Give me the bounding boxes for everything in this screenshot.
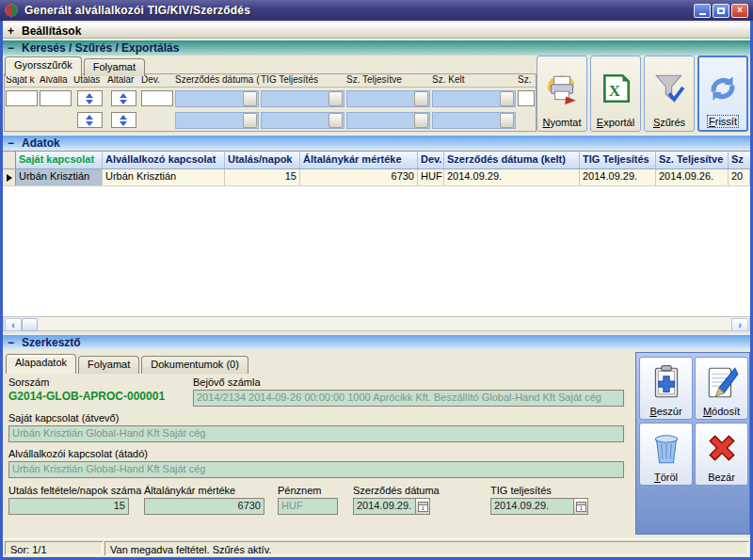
filter-altalanykar-spinner[interactable]: [111, 90, 136, 106]
bejovo-szamla-input[interactable]: 2014/2134 2014-09-26 00:00:00 1000 Apróc…: [193, 390, 624, 407]
szerzodes-datuma-input[interactable]: 2014.09.29.: [353, 498, 416, 515]
sajat-kapcsolat-label: Saját kapcsolat (átvevő): [8, 412, 624, 424]
date-picker-button[interactable]: [328, 113, 343, 128]
cell-sz[interactable]: 20: [729, 169, 750, 185]
date-picker-button[interactable]: [500, 91, 514, 106]
penznem-label: Pénznem: [278, 485, 338, 496]
section-beallitasok[interactable]: + Beállítások: [3, 23, 750, 39]
export-button-label: Exportál: [597, 117, 634, 128]
modify-button-label: Módosít: [703, 406, 740, 417]
scrollbar-thumb[interactable]: [22, 318, 38, 331]
grid-header-sz[interactable]: Sz: [729, 152, 750, 168]
filter-dev-input[interactable]: [141, 90, 173, 106]
filter-button-label: Szűrés: [653, 117, 685, 128]
date-picker-button[interactable]: [500, 113, 514, 128]
section-szerkeszto[interactable]: − Szerkesztő: [3, 334, 750, 350]
expand-icon[interactable]: +: [8, 24, 22, 38]
tab-folyamat[interactable]: Folyamat: [84, 58, 145, 76]
cell-dev[interactable]: HUF: [418, 169, 444, 185]
filter-sz-kelt-to-field[interactable]: [432, 112, 516, 129]
delete-button[interactable]: Töröl: [639, 423, 693, 486]
grid-header-sajat-kapcsolat[interactable]: Saját kapcsolat: [16, 152, 103, 168]
filter-altalanykar-spinner-2[interactable]: [111, 112, 136, 128]
calendar-button[interactable]: 1: [574, 498, 588, 515]
filter-utalas-spinner[interactable]: [77, 90, 103, 106]
cell-sz-teljesitve[interactable]: 2014.09.26.: [656, 169, 729, 185]
collapse-icon[interactable]: −: [8, 336, 22, 349]
filter-button[interactable]: Szűrés: [644, 56, 695, 132]
refresh-button[interactable]: Frissít: [697, 56, 748, 132]
maximize-button[interactable]: [713, 4, 729, 18]
filter-sajat-input[interactable]: [6, 90, 38, 106]
date-picker-button[interactable]: [414, 91, 428, 106]
cell-alvallalkozo-kapcsolat[interactable]: Urbán Krisztián: [103, 169, 225, 185]
insert-button[interactable]: Beszúr: [639, 357, 693, 420]
cell-szerzodes-datuma[interactable]: 2014.09.29.: [444, 169, 580, 185]
grid-header-utalas-napok[interactable]: Utalás/napok: [225, 152, 300, 168]
date-picker-button[interactable]: [243, 113, 257, 128]
grid-header-tig-teljesites[interactable]: TIG Teljesítés: [580, 152, 656, 168]
grid-header-sz-teljesitve[interactable]: Sz. Teljesítve: [656, 152, 729, 168]
scroll-left-icon[interactable]: ‹: [5, 318, 22, 331]
row-pointer-icon: [7, 174, 12, 182]
filter-sz-teljesitve-from-field[interactable]: [346, 90, 430, 107]
calendar-icon: 1: [576, 501, 586, 512]
quick-filter-grid: Saját k Alválla Utalás Általár Dev. Szer…: [4, 73, 537, 132]
collapse-icon[interactable]: −: [8, 41, 22, 55]
section-kereses[interactable]: − Keresés / Szűrés / Exportálás: [3, 40, 750, 56]
tab-gyorsszurok[interactable]: Gyorsszűrők: [5, 56, 82, 76]
grid-horizontal-scrollbar[interactable]: ‹ ›: [3, 316, 750, 331]
collapse-icon[interactable]: −: [8, 136, 22, 150]
filter-szerzodes-datuma-to-field[interactable]: [175, 112, 259, 129]
table-row[interactable]: Urbán Krisztián Urbán Krisztián 15 6730 …: [3, 169, 750, 186]
utalas-feltetele-input[interactable]: 15: [8, 498, 129, 515]
grid-header-szerzodes-datuma[interactable]: Szerződés dátuma (kelt): [444, 152, 580, 168]
filter-alvallalkozo-input[interactable]: [40, 90, 72, 106]
print-button[interactable]: Nyomtat: [537, 56, 587, 132]
tig-teljesites-input[interactable]: 2014.09.29.: [490, 498, 574, 515]
date-picker-button[interactable]: [328, 91, 343, 106]
delete-button-label: Töröl: [654, 472, 678, 483]
filter-szerzodes-datuma-from-field[interactable]: [175, 90, 259, 107]
filter-row-2: [5, 109, 536, 131]
altalanykar-merteke-input[interactable]: 6730: [144, 498, 264, 515]
title-bar[interactable]: Generált alvállalkozói TIG/KIV/Szerződés…: [0, 0, 753, 21]
field-sajat-kapcsolat: Saját kapcsolat (átvevő) Urbán Krisztián…: [8, 412, 624, 442]
alvallalkozoi-kapcsolat-input[interactable]: Urbán Krisztián Global-Hand Kft Saját cé…: [8, 461, 624, 478]
tab-editor-folyamat[interactable]: Folyamat: [78, 356, 139, 374]
grid-header-row: Saját kapcsolat Alvállalkozó kapcsolat U…: [3, 152, 750, 169]
date-picker-button[interactable]: [414, 113, 428, 128]
penznem-input[interactable]: HUF: [278, 498, 338, 515]
cell-tig-teljesites[interactable]: 2014.09.29.: [580, 169, 656, 185]
trash-icon: [649, 424, 684, 472]
grid-header-altalanykar[interactable]: Általánykár mértéke: [300, 152, 418, 168]
export-button[interactable]: X Exportál: [590, 56, 641, 132]
cell-altalanykar[interactable]: 6730: [300, 169, 418, 185]
filter-sz-kelt-from-field[interactable]: [432, 90, 516, 107]
alvallalkozoi-kapcsolat-label: Alvállalkozói kapcsolat (átadó): [8, 448, 624, 459]
close-window-button[interactable]: ×: [731, 4, 748, 18]
date-picker-button[interactable]: [243, 91, 257, 106]
tab-alapadatok[interactable]: Alapadatok: [6, 354, 76, 374]
minimize-button[interactable]: [694, 4, 711, 18]
sajat-kapcsolat-input[interactable]: Urbán Krisztián Global-Hand Kft Saját cé…: [8, 425, 624, 442]
filter-utalas-spinner-2[interactable]: [77, 112, 103, 128]
tab-dokumentumok[interactable]: Dokumentumok (0): [141, 356, 248, 374]
field-tig-teljesites: TIG teljesítés 2014.09.29. 1: [490, 485, 588, 515]
excel-icon: X: [599, 59, 633, 117]
grid-header-dev[interactable]: Dev.: [418, 152, 444, 168]
modify-button[interactable]: Módosít: [695, 357, 748, 420]
calendar-button[interactable]: 1: [416, 498, 430, 515]
grid-header-alvallalkozo-kapcsolat[interactable]: Alvállalkozó kapcsolat: [103, 152, 225, 168]
cell-sajat-kapcsolat[interactable]: Urbán Krisztián: [16, 169, 103, 185]
filter-tig-teljesites-from-field[interactable]: [261, 90, 344, 107]
app-icon: [5, 4, 18, 17]
section-adatok[interactable]: − Adatok: [3, 135, 750, 151]
cell-utalas-napok[interactable]: 15: [225, 169, 300, 185]
filter-sz-input[interactable]: [518, 90, 535, 106]
close-button[interactable]: Bezár: [695, 423, 748, 486]
filter-sz-teljesitve-to-field[interactable]: [346, 112, 430, 129]
filter-tig-teljesites-to-field[interactable]: [261, 112, 344, 129]
section-beallitasok-label: Beállítások: [22, 24, 81, 38]
scroll-right-icon[interactable]: ›: [731, 318, 748, 331]
